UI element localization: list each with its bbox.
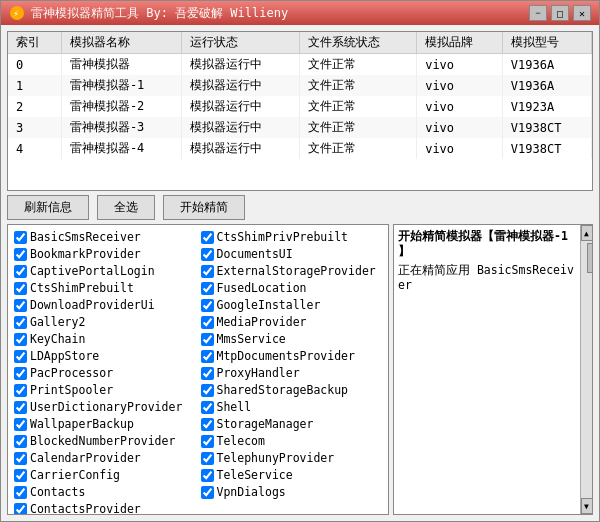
col-brand: 模拟品牌 [417,32,503,54]
check-item[interactable]: ContactsProvider [12,501,198,515]
check-item-checkbox[interactable] [201,231,214,244]
scroll-down-button[interactable]: ▼ [581,498,593,514]
check-item[interactable]: Shell [199,399,385,415]
scroll-up-button[interactable]: ▲ [581,225,593,241]
table-cell: vivo [417,138,503,159]
check-item-checkbox[interactable] [201,350,214,363]
check-item[interactable]: TelephunyProvider [199,450,385,466]
scroll-thumb[interactable] [587,243,593,273]
table-row[interactable]: 1雷神模拟器-1模拟器运行中文件正常vivoV1936A [8,75,592,96]
check-item-label: StorageManager [217,417,314,431]
table-cell: 文件正常 [299,96,416,117]
table-cell: 模拟器运行中 [182,96,299,117]
log-area: 开始精简模拟器【雷神模拟器-1 】 正在精简应用 BasicSmsReceive… [393,224,593,515]
check-item-checkbox[interactable] [201,248,214,261]
check-item[interactable]: UserDictionaryProvider [12,399,198,415]
check-item-label: TelephunyProvider [217,451,335,465]
check-item-checkbox[interactable] [14,316,27,329]
check-item[interactable]: CarrierConfig [12,467,198,483]
window-controls: － □ ✕ [529,5,591,21]
check-item-checkbox[interactable] [14,384,27,397]
check-item-checkbox[interactable] [14,265,27,278]
check-item[interactable]: BlockedNumberProvider [12,433,198,449]
check-item-checkbox[interactable] [201,299,214,312]
check-item-checkbox[interactable] [14,333,27,346]
check-item-checkbox[interactable] [201,384,214,397]
check-item[interactable]: KeyChain [12,331,198,347]
select-all-button[interactable]: 全选 [97,195,155,220]
table-cell: 雷神模拟器-1 [61,75,182,96]
check-item-checkbox[interactable] [14,418,27,431]
table-row[interactable]: 3雷神模拟器-3模拟器运行中文件正常vivoV1938CT [8,117,592,138]
check-item[interactable]: StorageManager [199,416,385,432]
table-row[interactable]: 0雷神模拟器模拟器运行中文件正常vivoV1936A [8,54,592,76]
check-item[interactable]: DownloadProviderUi [12,297,198,313]
table-cell: 雷神模拟器-4 [61,138,182,159]
check-item[interactable]: PacProcessor [12,365,198,381]
check-item[interactable]: Contacts [12,484,198,500]
check-item[interactable]: MmsService [199,331,385,347]
close-button[interactable]: ✕ [573,5,591,21]
check-item[interactable]: ExternalStorageProvider [199,263,385,279]
check-item-label: LDAppStore [30,349,99,363]
title-bar: ⚡ 雷神模拟器精简工具 By: 吾爱破解 Willieny － □ ✕ [1,1,599,25]
check-item[interactable]: DocumentsUI [199,246,385,262]
check-item[interactable]: FusedLocation [199,280,385,296]
check-item[interactable]: VpnDialogs [199,484,385,500]
check-item-checkbox[interactable] [14,452,27,465]
check-item[interactable]: SharedStorageBackup [199,382,385,398]
table-row[interactable]: 4雷神模拟器-4模拟器运行中文件正常vivoV1938CT [8,138,592,159]
check-item-checkbox[interactable] [201,418,214,431]
check-item-checkbox[interactable] [201,265,214,278]
table-cell: 雷神模拟器-3 [61,117,182,138]
check-item[interactable]: CtsShimPrebuilt [12,280,198,296]
check-item[interactable]: ProxyHandler [199,365,385,381]
check-item-checkbox[interactable] [14,282,27,295]
check-item[interactable]: CtsShimPrivPrebuilt [199,229,385,245]
check-item[interactable]: WallpaperBackup [12,416,198,432]
checklist-area[interactable]: BasicSmsReceiverCtsShimPrivPrebuiltBookm… [7,224,389,515]
check-item-checkbox[interactable] [201,282,214,295]
check-item[interactable]: CaptivePortalLogin [12,263,198,279]
check-item[interactable]: MtpDocumentsProvider [199,348,385,364]
table-row[interactable]: 2雷神模拟器-2模拟器运行中文件正常vivoV1923A [8,96,592,117]
start-trim-button[interactable]: 开始精简 [163,195,245,220]
check-item-checkbox[interactable] [201,435,214,448]
check-item-checkbox[interactable] [201,486,214,499]
check-item-checkbox[interactable] [201,333,214,346]
refresh-button[interactable]: 刷新信息 [7,195,89,220]
check-item-checkbox[interactable] [14,469,27,482]
check-item-checkbox[interactable] [201,316,214,329]
check-item[interactable]: BasicSmsReceiver [12,229,198,245]
check-item-checkbox[interactable] [14,367,27,380]
table-cell: 雷神模拟器-2 [61,96,182,117]
check-item-checkbox[interactable] [14,486,27,499]
minimize-button[interactable]: － [529,5,547,21]
check-item-checkbox[interactable] [201,401,214,414]
check-item[interactable]: TeleService [199,467,385,483]
check-item[interactable]: Telecom [199,433,385,449]
check-item-checkbox[interactable] [201,469,214,482]
table-cell: 雷神模拟器 [61,54,182,76]
check-item-checkbox[interactable] [14,299,27,312]
check-item[interactable]: CalendarProvider [12,450,198,466]
check-item-checkbox[interactable] [14,435,27,448]
check-item[interactable]: MediaProvider [199,314,385,330]
table-body: 0雷神模拟器模拟器运行中文件正常vivoV1936A1雷神模拟器-1模拟器运行中… [8,54,592,160]
emulator-table: 索引 模拟器名称 运行状态 文件系统状态 模拟品牌 模拟型号 0雷神模拟器模拟器… [8,32,592,159]
check-item-checkbox[interactable] [14,231,27,244]
check-item[interactable]: LDAppStore [12,348,198,364]
check-item[interactable]: PrintSpooler [12,382,198,398]
check-item-checkbox[interactable] [14,350,27,363]
maximize-button[interactable]: □ [551,5,569,21]
check-item-checkbox[interactable] [201,452,214,465]
check-item-label: CtsShimPrivPrebuilt [217,230,349,244]
check-item[interactable]: Gallery2 [12,314,198,330]
check-item[interactable]: GoogleInstaller [199,297,385,313]
check-item-checkbox[interactable] [201,367,214,380]
check-item-checkbox[interactable] [14,503,27,516]
check-item-label: ProxyHandler [217,366,300,380]
check-item-checkbox[interactable] [14,401,27,414]
check-item[interactable]: BookmarkProvider [12,246,198,262]
check-item-checkbox[interactable] [14,248,27,261]
